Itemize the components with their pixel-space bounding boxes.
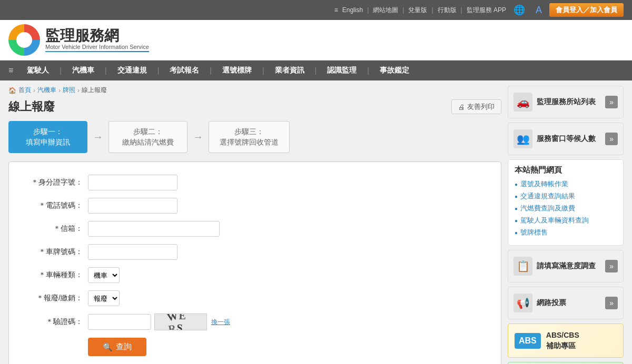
hot-link-2-anchor[interactable]: 交通違規查詢結果	[520, 192, 575, 200]
station-list-arrow: »	[605, 96, 618, 108]
print-button[interactable]: 🖨 友善列印	[451, 99, 501, 114]
survey-btn[interactable]: 📋 請填寫滿意度調查 »	[508, 250, 624, 282]
vehicle-type-label: ＊車輛種類：	[25, 270, 88, 280]
hot-pages-section: 本站熱門網頁 選號及轉帳作業 交通違規查詢結果 汽燃費查詢及繳費 駕駛人及車輛資…	[508, 159, 624, 246]
printer-icon: 🖨	[458, 103, 465, 111]
captcha-refresh-link[interactable]: 換一張	[211, 318, 230, 327]
nav-item-recognize[interactable]: 認識監理	[318, 60, 366, 80]
hot-link-4-anchor[interactable]: 駕駛人及車輛資料查詢	[520, 216, 589, 224]
email-label: ＊信箱：	[25, 224, 88, 234]
captcha-label: ＊驗證碼：	[25, 317, 88, 327]
hot-link-5: 號牌標售	[515, 228, 617, 237]
plate-input[interactable]	[88, 244, 177, 260]
captcha-text: WERS	[167, 314, 195, 330]
vote-label: 網路投票	[537, 298, 601, 308]
nav-menu-icon[interactable]: ≡	[4, 66, 17, 75]
people-icon: 👥	[514, 129, 532, 148]
abs-badge: ABS	[515, 333, 541, 349]
step-3-label: 步驟三：選擇號牌回收管道	[220, 127, 279, 147]
id-number-label: ＊身分證字號：	[25, 178, 88, 187]
email-row: ＊信箱：	[25, 221, 485, 237]
captcha-image: WERS	[154, 314, 207, 330]
phone-input[interactable]	[88, 198, 177, 214]
nav-item-accident[interactable]: 事故鑑定	[370, 60, 419, 80]
app-link[interactable]: 監理服務 APP	[467, 6, 506, 15]
wait-count-arrow: »	[605, 133, 618, 145]
step-2-label: 步驟二：繳納結清汽燃費	[120, 127, 176, 147]
submit-label: 查詢	[116, 342, 132, 352]
vote-btn[interactable]: 📢 網路投票 »	[508, 287, 624, 319]
home-icon: 🏠	[8, 87, 16, 94]
hot-link-3: 汽燃費查詢及繳費	[515, 204, 617, 213]
nav-item-vehicle[interactable]: 汽機車	[63, 60, 104, 80]
vehicle-type-row: ＊車輛種類： 機車 汽車	[25, 267, 485, 283]
wait-count-label: 服務窗口等候人數	[537, 134, 601, 144]
vehicle-type-select[interactable]: 機車 汽車	[88, 267, 120, 283]
wait-count-btn[interactable]: 👥 服務窗口等候人數 »	[508, 123, 624, 155]
breadcrumb-level3[interactable]: 牌照	[63, 86, 75, 95]
hot-link-1: 選號及轉帳作業	[515, 179, 617, 189]
breadcrumb-home[interactable]: 首頁	[18, 86, 31, 95]
sitemap-link[interactable]: 網站地圖	[373, 6, 398, 15]
station-list-btn[interactable]: 🚗 監理服務所站列表 »	[508, 86, 624, 118]
station-list-label: 監理服務所站列表	[537, 97, 601, 107]
survey-arrow: »	[605, 260, 618, 272]
abs-banner[interactable]: ABS ABS/CBS 補助專區	[508, 323, 624, 358]
abs-title: ABS/CBS	[546, 330, 579, 341]
nav-item-driver[interactable]: 駕駛人	[17, 60, 58, 80]
logo-area: 監理服務網 Motor Vehicle Driver Information S…	[8, 24, 149, 56]
phone-label: ＊電話號碼：	[25, 201, 88, 210]
hot-link-4: 駕駛人及車輛資料查詢	[515, 216, 617, 225]
step-1: 步驟一：填寫申辦資訊	[8, 121, 87, 153]
scrap-type-select[interactable]: 報廢 繳銷	[88, 290, 120, 306]
vote-icon: 📢	[514, 294, 532, 312]
site-header: 監理服務網 Motor Vehicle Driver Information S…	[0, 20, 632, 60]
submit-button[interactable]: 🔍 查詢	[88, 338, 146, 356]
hot-pages-list: 選號及轉帳作業 交通違規查詢結果 汽燃費查詢及繳費 駕駛人及車輛資料查詢 號牌標…	[515, 179, 617, 237]
hot-link-5-anchor[interactable]: 號牌標售	[520, 228, 548, 236]
nav-item-traffic[interactable]: 交通違規	[108, 60, 156, 80]
logo-circle	[8, 24, 40, 56]
car-icon: 🚗	[514, 93, 532, 112]
lang-link[interactable]: English	[342, 6, 363, 14]
mobile-link[interactable]: 兌量版	[408, 6, 427, 15]
page-title-row: 線上報廢 🖨 友善列印	[8, 99, 501, 115]
id-number-row: ＊身分證字號：	[25, 175, 485, 190]
vote-arrow: »	[605, 297, 618, 309]
email-input[interactable]	[88, 221, 220, 237]
hot-link-1-anchor[interactable]: 選號及轉帳作業	[520, 180, 568, 188]
phone-row: ＊電話號碼：	[25, 198, 485, 214]
sep1: |	[367, 6, 369, 14]
nav-item-business[interactable]: 業者資訊	[265, 60, 314, 80]
truck-banner[interactable]: 🚛 3.5噸小貨車 載重變更	[508, 362, 624, 364]
scrap-type-label: ＊報廢/繳銷：	[25, 294, 88, 303]
submit-row: 🔍 查詢	[25, 338, 485, 356]
id-number-input[interactable]	[88, 175, 177, 190]
abs-sub: 補助專區	[546, 341, 579, 351]
nav-item-plate-select[interactable]: 選號標牌	[213, 60, 261, 80]
captcha-input[interactable]	[88, 314, 151, 330]
breadcrumb: 🏠 首頁 › 汽機車 › 牌照 › 線上報廢	[8, 86, 501, 95]
form-container: ＊身分證字號： ＊電話號碼： ＊信箱： ＊車牌號碼： ＊車輛種類：	[8, 161, 501, 364]
logo-sub-text: Motor Vehicle Driver Information Service	[45, 44, 149, 50]
step-2: 步驟二：繳納結清汽燃費	[108, 121, 187, 153]
logo-main-text: 監理服務網	[45, 28, 149, 44]
member-login-button[interactable]: 會員登入／加入會員	[549, 3, 624, 17]
globe-icon: 🌐	[514, 4, 525, 16]
content-wrapper: 🏠 首頁 › 汽機車 › 牌照 › 線上報廢 線上報廢 🖨 友善列印 步驟一：填…	[0, 80, 632, 364]
font-size-icon: A	[536, 5, 542, 16]
step-arrow-1: →	[87, 131, 108, 143]
hot-link-3-anchor[interactable]: 汽燃費查詢及繳費	[520, 204, 575, 212]
search-icon: 🔍	[103, 342, 113, 352]
page-title: 線上報廢	[8, 99, 55, 115]
step-3: 步驟三：選擇號牌回收管道	[209, 121, 290, 153]
steps-row: 步驟一：填寫申辦資訊 → 步驟二：繳納結清汽燃費 → 步驟三：選擇號牌回收管道	[8, 121, 501, 153]
action-link[interactable]: 行動版	[438, 6, 457, 15]
hot-link-2: 交通違規查詢結果	[515, 191, 617, 201]
plate-row: ＊車牌號碼：	[25, 244, 485, 260]
step-arrow-2: →	[187, 131, 209, 143]
right-sidebar: 🚗 監理服務所站列表 » 👥 服務窗口等候人數 » 本站熱門網頁 選號及轉帳作業…	[508, 86, 624, 364]
survey-label: 請填寫滿意度調查	[537, 261, 601, 271]
breadcrumb-level2[interactable]: 汽機車	[37, 86, 56, 95]
nav-item-exam[interactable]: 考試報名	[160, 60, 209, 80]
